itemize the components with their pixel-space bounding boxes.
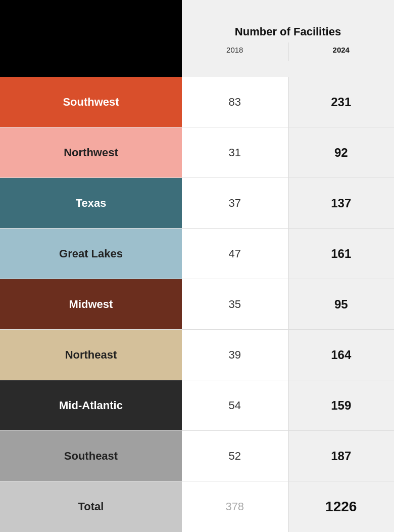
data-row-southwest: Southwest83231 [0,77,394,127]
val-2018-southwest: 83 [182,77,288,127]
region-label-southeast: Southeast [0,431,182,481]
val-2018-greatlakes: 47 [182,229,288,279]
black-bar [0,0,182,77]
region-label-greatlakes: Great Lakes [0,229,182,279]
val-2024-southeast: 187 [288,431,395,481]
table-title: Number of Facilities [182,16,394,42]
header-years-row: 2018 2024 [182,42,394,61]
val-2018-midwest: 35 [182,279,288,329]
val-2024-northeast: 164 [288,330,395,380]
region-label-midatlantic: Mid-Atlantic [0,380,182,430]
table-header: Number of Facilities 2018 2024 [182,0,394,77]
data-cols-northwest: 3192 [182,127,394,178]
val-2024-midatlantic: 159 [288,380,395,430]
data-cols-midwest: 3595 [182,279,394,329]
val-2018-northeast: 39 [182,330,288,380]
region-label-texas: Texas [0,178,182,228]
data-row-texas: Texas37137 [0,178,394,229]
region-label-northeast: Northeast [0,330,182,380]
data-row-total: Total3781226 [0,481,394,532]
val-2024-total: 1226 [288,481,395,532]
data-cols-northeast: 39164 [182,330,394,380]
data-cols-texas: 37137 [182,178,394,228]
data-row-midatlantic: Mid-Atlantic54159 [0,380,394,431]
val-2018-total: 378 [182,481,288,532]
data-row-southeast: Southeast52187 [0,431,394,481]
header-year-2018: 2018 [182,42,288,61]
data-cols-southwest: 83231 [182,77,394,127]
page-container: Number of Facilities 2018 2024 Southwest… [0,0,394,532]
region-label-total: Total [0,481,182,532]
data-cols-midatlantic: 54159 [182,380,394,430]
data-row-northwest: Northwest3192 [0,127,394,178]
data-cols-total: 3781226 [182,481,394,532]
val-2018-southeast: 52 [182,431,288,481]
region-label-midwest: Midwest [0,279,182,329]
val-2024-northwest: 92 [288,127,395,178]
region-label-southwest: Southwest [0,77,182,127]
header-year-2024: 2024 [288,42,395,61]
val-2024-southwest: 231 [288,77,395,127]
val-2024-texas: 137 [288,178,395,228]
rows-section: Southwest83231Northwest3192Texas37137Gre… [0,77,394,532]
val-2024-greatlakes: 161 [288,229,395,279]
data-cols-greatlakes: 47161 [182,229,394,279]
top-section: Number of Facilities 2018 2024 [0,0,394,77]
data-row-northeast: Northeast39164 [0,330,394,380]
data-row-midwest: Midwest3595 [0,279,394,330]
val-2018-texas: 37 [182,178,288,228]
val-2018-midatlantic: 54 [182,380,288,430]
region-label-northwest: Northwest [0,127,182,178]
val-2018-northwest: 31 [182,127,288,178]
data-row-greatlakes: Great Lakes47161 [0,229,394,279]
val-2024-midwest: 95 [288,279,395,329]
data-cols-southeast: 52187 [182,431,394,481]
